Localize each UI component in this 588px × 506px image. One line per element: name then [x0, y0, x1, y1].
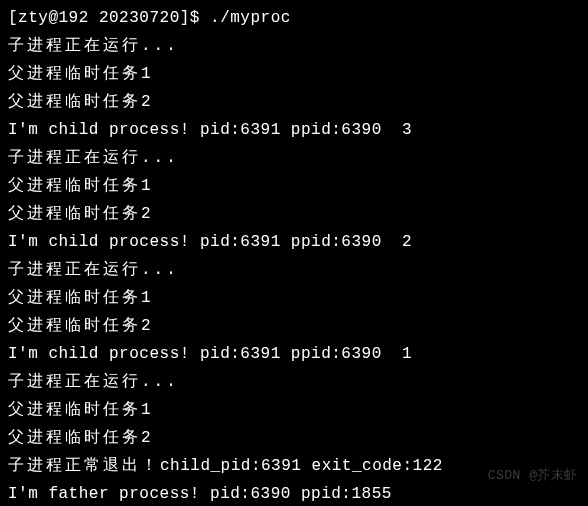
terminal-line: I'm child process! pid:6391 ppid:6390 3	[8, 116, 580, 144]
output-text: 父进程临时任务1	[8, 289, 154, 307]
output-text: 父进程临时任务2	[8, 429, 154, 447]
terminal-line: 父进程临时任务1	[8, 396, 580, 424]
terminal-line: I'm child process! pid:6391 ppid:6390 1	[8, 340, 580, 368]
terminal-line: 子进程正在运行...	[8, 368, 580, 396]
watermark-text: CSDN @芥末虾	[488, 465, 578, 488]
terminal-line: 父进程临时任务1	[8, 60, 580, 88]
terminal-line: 父进程临时任务2	[8, 88, 580, 116]
output-text: 子进程正在运行...	[8, 37, 179, 55]
terminal-line: 父进程临时任务2	[8, 424, 580, 452]
output-text: 父进程临时任务2	[8, 317, 154, 335]
output-text: 父进程临时任务1	[8, 177, 154, 195]
terminal-line: [zty@192 20230720]$ ./myproc	[8, 4, 580, 32]
terminal-line: 父进程临时任务1	[8, 284, 580, 312]
output-text: 子进程正在运行...	[8, 373, 179, 391]
output-text: 父进程临时任务2	[8, 93, 154, 111]
output-text: 子进程正在运行...	[8, 149, 179, 167]
terminal-line: 父进程临时任务1	[8, 172, 580, 200]
output-text: 父进程临时任务1	[8, 401, 154, 419]
terminal-line: 子进程正在运行...	[8, 144, 580, 172]
terminal-line: 父进程临时任务2	[8, 200, 580, 228]
output-text: child_pid:6391 exit_code:122	[160, 457, 443, 475]
terminal-line: 子进程正在运行...	[8, 32, 580, 60]
terminal-line: 子进程正在运行...	[8, 256, 580, 284]
output-text: 子进程正在运行...	[8, 261, 179, 279]
output-text: 子进程正常退出！	[8, 457, 160, 475]
shell-command: ./myproc	[210, 9, 291, 27]
terminal-output: [zty@192 20230720]$ ./myproc子进程正在运行...父进…	[8, 4, 580, 506]
output-text: 父进程临时任务1	[8, 65, 154, 83]
terminal-line: I'm child process! pid:6391 ppid:6390 2	[8, 228, 580, 256]
output-text: 父进程临时任务2	[8, 205, 154, 223]
shell-prompt: [zty@192 20230720]$	[8, 9, 210, 27]
terminal-line: 父进程临时任务2	[8, 312, 580, 340]
